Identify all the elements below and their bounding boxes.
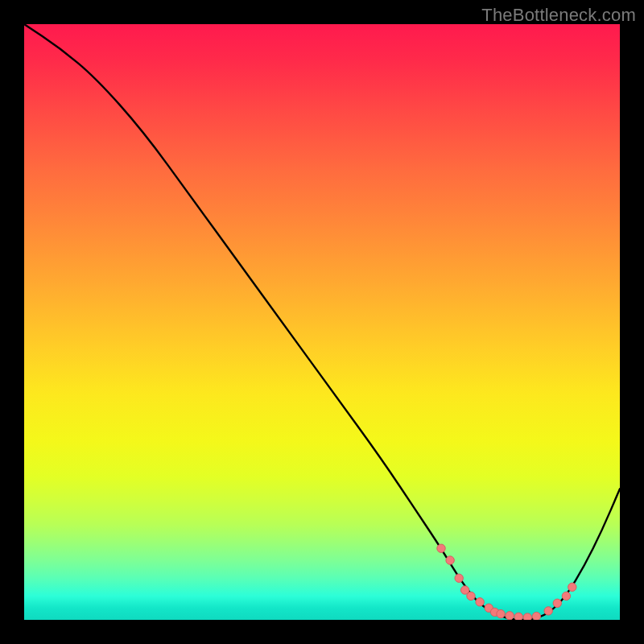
curve-marker (544, 607, 552, 615)
curve-marker (514, 613, 522, 620)
curve-marker (532, 612, 540, 620)
curve-marker (446, 556, 454, 564)
chart-frame: TheBottleneck.com (0, 0, 644, 644)
plot-area (24, 24, 620, 620)
curve-layer (24, 24, 620, 620)
watermark-text: TheBottleneck.com (481, 5, 636, 26)
bottleneck-curve-path (24, 24, 620, 620)
curve-marker (506, 612, 514, 620)
curve-marker (497, 609, 505, 617)
curve-marker (467, 592, 475, 600)
curve-marker (562, 592, 570, 600)
curve-marker (553, 599, 561, 607)
marker-group (437, 544, 576, 620)
curve-marker (455, 574, 463, 582)
curve-marker (568, 583, 576, 591)
curve-marker (476, 598, 484, 606)
curve-marker (437, 544, 445, 552)
curve-marker (523, 613, 531, 620)
